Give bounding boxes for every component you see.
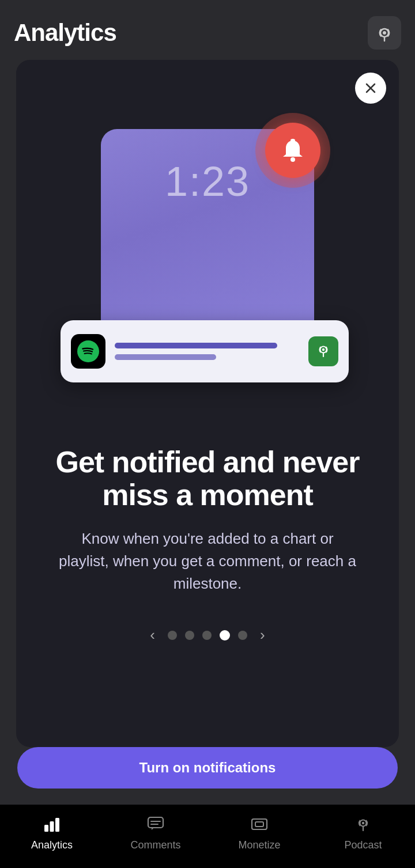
sub-text: Know when you're added to a chart or pla… <box>58 528 357 595</box>
svg-rect-11 <box>44 825 48 832</box>
notification-card <box>61 320 349 382</box>
prev-arrow[interactable]: ‹ <box>145 624 160 646</box>
nav-label-podcast: Podcast <box>344 839 382 851</box>
dot-3[interactable] <box>202 631 212 640</box>
text-content: Get notified and never miss a moment Kno… <box>16 400 399 611</box>
svg-point-5 <box>290 157 295 162</box>
notif-app-icon <box>308 336 338 366</box>
bar-chart-icon <box>43 816 61 833</box>
cta-button-label: Turn on notifications <box>139 760 276 776</box>
nav-item-podcast[interactable]: Podcast <box>329 816 398 851</box>
bell-icon <box>278 136 307 165</box>
svg-rect-12 <box>50 821 54 832</box>
nav-label-analytics: Analytics <box>31 839 73 851</box>
podcast-notif-icon <box>314 342 333 361</box>
comments-nav-icon <box>147 816 164 836</box>
cta-button[interactable]: Turn on notifications <box>17 747 398 789</box>
phone-time-display: 1:23 <box>165 158 250 205</box>
header: Analytics <box>0 0 415 60</box>
nav-item-comments[interactable]: Comments <box>121 816 190 851</box>
podcast-icon-bottom <box>354 816 372 833</box>
dot-1[interactable] <box>168 631 177 640</box>
notif-line-2 <box>115 354 216 360</box>
monetize-icon <box>251 816 268 833</box>
main-heading: Get notified and never miss a moment <box>37 446 378 511</box>
nav-item-monetize[interactable]: Monetize <box>225 816 294 851</box>
modal-card: 1:23 <box>16 60 399 747</box>
dot-5[interactable] <box>238 631 247 640</box>
dot-2[interactable] <box>185 631 194 640</box>
spotify-icon <box>71 334 105 369</box>
page-title: Analytics <box>14 19 116 47</box>
podcast-icon-button[interactable] <box>368 16 401 50</box>
illustration: 1:23 <box>16 60 399 400</box>
analytics-nav-icon <box>43 816 61 836</box>
main-content: 1:23 <box>0 60 415 805</box>
svg-rect-6 <box>290 139 295 142</box>
svg-rect-13 <box>55 818 59 832</box>
bell-icon-circle <box>265 123 320 178</box>
svg-rect-14 <box>148 817 163 828</box>
close-button[interactable] <box>355 73 386 104</box>
next-arrow[interactable]: › <box>255 624 270 646</box>
comment-icon <box>147 816 164 833</box>
close-icon <box>364 81 378 95</box>
bell-notification-ring <box>255 113 330 188</box>
notif-line-1 <box>115 343 277 348</box>
bottom-nav: Analytics Comments Monetiz <box>0 805 415 868</box>
dot-4-active[interactable] <box>220 630 230 640</box>
svg-point-20 <box>362 822 364 824</box>
phone-screen: 1:23 <box>101 129 314 348</box>
svg-point-9 <box>322 348 325 351</box>
monetize-nav-icon <box>251 816 268 836</box>
notification-text-lines <box>115 343 299 360</box>
nav-label-monetize: Monetize <box>238 839 280 851</box>
cta-area: Turn on notifications <box>0 747 415 799</box>
nav-label-comments: Comments <box>130 839 180 851</box>
spotify-logo-icon <box>77 340 99 362</box>
pagination: ‹ › <box>145 611 269 657</box>
svg-rect-17 <box>252 819 267 829</box>
podcast-header-icon <box>375 24 394 42</box>
svg-rect-18 <box>255 822 263 827</box>
podcast-nav-icon <box>354 816 372 836</box>
svg-point-1 <box>383 31 386 35</box>
nav-item-analytics[interactable]: Analytics <box>17 816 86 851</box>
